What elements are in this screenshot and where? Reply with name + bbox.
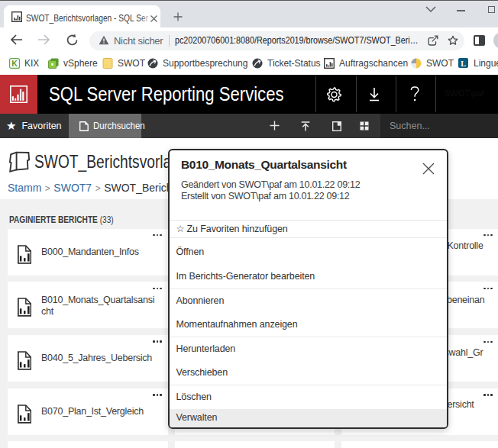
svg-text:K: K <box>11 59 18 68</box>
svg-text:L: L <box>461 60 466 68</box>
